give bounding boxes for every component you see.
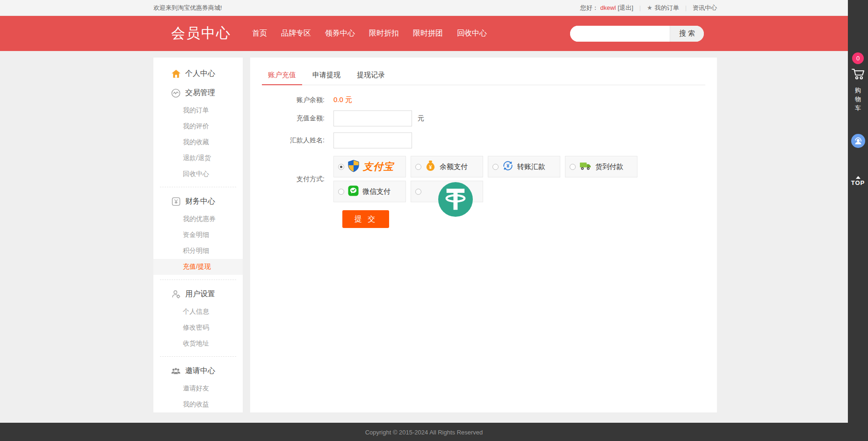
radio-balance-pay[interactable] (415, 164, 421, 170)
payer-name-input[interactable] (333, 132, 412, 148)
invite-icon (171, 367, 181, 376)
payment-option-bank-transfer[interactable]: ¥ 转账汇款 (488, 156, 560, 177)
footer: Copyright © 2015-2024 All Rights Reserve… (0, 423, 848, 441)
payment-option-alipay[interactable]: 支付宝 (333, 156, 406, 177)
sidebar-section-label: 邀请中心 (185, 366, 215, 376)
sidebar-section-finance[interactable]: 财务中心 (153, 192, 243, 211)
sidebar-section-user-settings[interactable]: 用户设置 (153, 285, 243, 304)
search-button[interactable]: 搜 索 (670, 26, 704, 42)
search-box: 搜 索 (570, 26, 704, 42)
svg-text:¥: ¥ (506, 163, 510, 169)
home-icon (171, 69, 181, 79)
alipay-shield-icon (348, 160, 359, 174)
sidebar-divider (160, 187, 236, 187)
main-panel: 账户充值 申请提现 提现记录 账户余额: 0.0 元 充值金额: 元 汇款人姓名… (250, 58, 717, 412)
cod-truck-icon (579, 161, 592, 173)
sidebar-item-my-coupons[interactable]: 我的优惠券 (153, 211, 243, 227)
tab-bar: 账户充值 申请提现 提现记录 (262, 68, 705, 85)
radio-cod[interactable] (570, 164, 576, 170)
sidebar-section-label: 个人中心 (185, 69, 215, 79)
search-input[interactable] (570, 26, 670, 42)
cart-label[interactable]: 购物车 (854, 86, 861, 112)
page: 欢迎来到淘宝优惠券商城! 您好： dkewl [退出] | ★ 我的订单 | 资… (0, 0, 848, 441)
sidebar-divider (160, 279, 236, 280)
sidebar-item-change-password[interactable]: 修改密码 (153, 320, 243, 336)
sidebar-item-shipping-address[interactable]: 收货地址 (153, 336, 243, 352)
my-orders-link[interactable]: 我的订单 (655, 4, 679, 12)
site-logo[interactable]: 会员中心 (171, 24, 231, 43)
sidebar-item-points-details[interactable]: 积分明细 (153, 243, 243, 259)
sidebar-section-label: 用户设置 (185, 289, 215, 299)
radio-bank-transfer[interactable] (492, 164, 499, 170)
right-toolbar: 0 购物车 TOP (848, 0, 868, 441)
back-to-top-label: TOP (851, 179, 865, 186)
sidebar-section-label: 财务中心 (185, 197, 215, 206)
sidebar-item-my-reviews[interactable]: 我的评价 (153, 118, 243, 134)
back-to-top-button[interactable]: TOP (851, 176, 865, 186)
cart-count-badge: 0 (852, 52, 864, 64)
wechat-pay-icon (348, 185, 359, 198)
topbar: 欢迎来到淘宝优惠券商城! 您好： dkewl [退出] | ★ 我的订单 | 资… (0, 0, 848, 16)
trade-icon (171, 88, 181, 98)
payment-option-label: 微信支付 (362, 187, 391, 196)
amount-label: 充值金额: (262, 114, 333, 123)
nav-item-home[interactable]: 首页 (245, 25, 274, 42)
usdt-tether-icon (438, 182, 473, 217)
nav-item-brands[interactable]: 品牌专区 (274, 25, 318, 42)
main-nav: 首页 品牌专区 领券中心 限时折扣 限时拼团 回收中心 (245, 25, 494, 42)
nav-item-recycle[interactable]: 回收中心 (450, 25, 494, 42)
submit-button[interactable]: 提 交 (342, 210, 389, 228)
sidebar-item-refunds[interactable]: 退款/退货 (153, 150, 243, 166)
sidebar-item-my-favorites[interactable]: 我的收藏 (153, 134, 243, 150)
radio-wechat-pay[interactable] (338, 189, 344, 195)
alipay-logo-text: 支付宝 (363, 160, 394, 173)
payment-option-balance[interactable]: ¥ 余额支付 (411, 156, 483, 177)
username: dkewl (600, 4, 616, 11)
sidebar-section-personal[interactable]: 个人中心 (153, 64, 243, 83)
up-arrow-icon (856, 176, 861, 179)
sidebar-item-personal-info[interactable]: 个人信息 (153, 304, 243, 320)
payment-option-label: 转账汇款 (517, 162, 545, 171)
account-avatar-icon[interactable] (851, 134, 865, 148)
payer-name-label: 汇款人姓名: (262, 136, 333, 145)
amount-unit: 元 (418, 114, 424, 123)
sidebar-item-my-orders[interactable]: 我的订单 (153, 103, 243, 118)
star-icon: ★ (647, 4, 652, 11)
nav-item-discount[interactable]: 限时折扣 (362, 25, 406, 42)
sidebar-divider (160, 356, 236, 357)
radio-usdt[interactable] (415, 189, 421, 195)
copyright-text: Copyright © 2015-2024 All Rights Reserve… (365, 429, 483, 436)
sidebar-item-recharge-withdraw[interactable]: 充值/提现 (153, 259, 243, 275)
sidebar-item-my-earnings[interactable]: 我的收益 (153, 397, 243, 412)
payment-option-label: 货到付款 (595, 162, 623, 171)
sidebar-item-invite-friends[interactable]: 邀请好友 (153, 381, 243, 397)
payment-option-wechat[interactable]: 微信支付 (333, 181, 406, 202)
tab-withdraw-records[interactable]: 提现记录 (351, 68, 391, 85)
logout-link[interactable]: [退出] (618, 4, 633, 12)
tab-account-recharge[interactable]: 账户充值 (262, 68, 302, 85)
recharge-amount-input[interactable] (333, 110, 412, 126)
payment-method-label: 支付方式: (262, 175, 333, 184)
tab-withdraw-apply[interactable]: 申请提现 (306, 68, 347, 85)
user-settings-icon (171, 290, 181, 299)
balance-pay-icon: ¥ (425, 160, 436, 173)
sidebar: 个人中心 交易管理 我的订单 我的评价 我的收藏 退款/退货 回收中心 (153, 58, 243, 412)
nav-item-coupons[interactable]: 领券中心 (318, 25, 362, 42)
sidebar-item-fund-details[interactable]: 资金明细 (153, 227, 243, 243)
payment-option-label: 余额支付 (440, 162, 468, 171)
topbar-divider: | (639, 5, 641, 11)
payment-option-usdt[interactable] (411, 181, 483, 202)
sidebar-section-trade[interactable]: 交易管理 (153, 83, 243, 103)
news-center-link[interactable]: 资讯中心 (693, 4, 717, 12)
radio-alipay[interactable] (338, 164, 344, 170)
sidebar-section-invite[interactable]: 邀请中心 (153, 361, 243, 381)
sidebar-item-recycle-center[interactable]: 回收中心 (153, 166, 243, 182)
greeting-prefix: 您好： (580, 4, 599, 12)
payment-option-cod[interactable]: 货到付款 (565, 156, 637, 177)
nav-item-groupbuy[interactable]: 限时拼团 (406, 25, 450, 42)
finance-icon (171, 197, 181, 206)
payment-options: 支付宝 ¥ 余额支付 (333, 156, 651, 202)
cart-icon[interactable] (851, 67, 865, 82)
header: 会员中心 首页 品牌专区 领券中心 限时折扣 限时拼团 回收中心 搜 索 (0, 16, 848, 51)
sidebar-section-label: 交易管理 (185, 88, 215, 98)
